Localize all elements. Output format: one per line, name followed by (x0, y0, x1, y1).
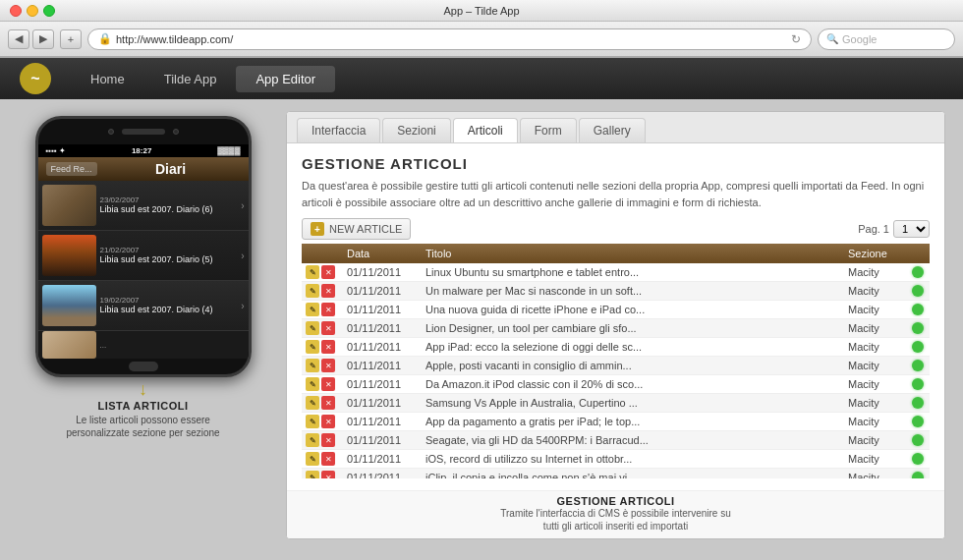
status-indicator (912, 322, 924, 334)
table-row[interactable]: ✎ ✕ 01/11/2011 Linux Ubuntu su smartphon… (302, 263, 930, 282)
row-date: 01/11/2011 (341, 357, 420, 375)
col-date: Data (341, 244, 420, 263)
edit-button[interactable]: ✎ (306, 284, 319, 298)
pagination-control[interactable]: Pag. 1 1 2 3 (858, 220, 930, 238)
nav-item-tildeapp[interactable]: Tilde App (144, 66, 237, 92)
search-bar[interactable]: 🔍 Google (818, 28, 955, 50)
tab-form[interactable]: Form (520, 118, 577, 142)
delete-button[interactable]: ✕ (321, 396, 335, 410)
delete-button[interactable]: ✕ (321, 471, 335, 478)
delete-button[interactable]: ✕ (321, 284, 335, 298)
table-row[interactable]: ✎ ✕ 01/11/2011 iOS, record di utilizzo s… (302, 450, 930, 469)
row-section: Macity (842, 375, 906, 394)
row-section: Macity (842, 357, 906, 375)
delete-button[interactable]: ✕ (321, 321, 335, 335)
edit-button[interactable]: ✎ (306, 377, 319, 391)
status-indicator (912, 397, 924, 409)
edit-button[interactable]: ✎ (306, 303, 319, 316)
delete-button[interactable]: ✕ (321, 265, 335, 279)
arrow-down-icon: ↓ (139, 379, 147, 400)
url-bar[interactable]: http://www.tildeapp.com/ (116, 33, 787, 45)
tabs-bar: Interfaccia Sezioni Articoli Form Galler… (287, 112, 944, 143)
edit-button[interactable]: ✎ (306, 340, 319, 354)
forward-button[interactable]: ▶ (32, 29, 54, 49)
row-title: Linux Ubuntu su smartphone e tablet entr… (420, 263, 842, 282)
close-button[interactable] (10, 5, 22, 17)
tab-articoli[interactable]: Articoli (453, 118, 518, 142)
col-status (906, 244, 930, 263)
phone-list-item[interactable]: 21/02/2007 Libia sud est 2007. Diario (5… (38, 231, 249, 281)
delete-button[interactable]: ✕ (321, 415, 335, 428)
delete-button[interactable]: ✕ (321, 303, 335, 316)
phone-app-title: Diari (101, 161, 241, 177)
status-indicator (912, 434, 924, 446)
col-section: Sezione (842, 244, 906, 263)
edit-button[interactable]: ✎ (306, 433, 319, 447)
row-section: Macity (842, 263, 906, 282)
table-row[interactable]: ✎ ✕ 01/11/2011 Una nuova guida di ricett… (302, 301, 930, 319)
page-select[interactable]: 1 2 3 (893, 220, 930, 238)
phone-annotation-title: LISTA ARTICOLI (50, 400, 237, 412)
phone-time: 18:27 (132, 146, 151, 155)
maximize-button[interactable] (43, 5, 55, 17)
row-title: Apple, posti vacanti in consiglio di amm… (420, 357, 842, 375)
row-title: Da Amazon.it iPod classic con il 20% di … (420, 375, 842, 394)
phone-list-item[interactable]: 23/02/2007 Libia sud est 2007. Diario (6… (38, 181, 249, 231)
section-description: Da quest'area è possibile gestire tutti … (302, 178, 930, 210)
status-indicator (912, 304, 924, 315)
right-panel: Interfaccia Sezioni Articoli Form Galler… (286, 111, 945, 539)
refresh-icon[interactable]: ↻ (791, 32, 801, 46)
table-row[interactable]: ✎ ✕ 01/11/2011 Un malware per Mac si nas… (302, 282, 930, 301)
edit-button[interactable]: ✎ (306, 415, 319, 428)
delete-button[interactable]: ✕ (321, 377, 335, 391)
edit-button[interactable]: ✎ (306, 471, 319, 478)
new-article-button[interactable]: + NEW ARTICLE (302, 218, 411, 240)
table-row[interactable]: ✎ ✕ 01/11/2011 iClip, il copia e incolla… (302, 469, 930, 479)
table-row[interactable]: ✎ ✕ 01/11/2011 Lion Designer, un tool pe… (302, 319, 930, 338)
back-button[interactable]: ◀ (8, 29, 29, 49)
table-row[interactable]: ✎ ✕ 01/11/2011 Apple, posti vacanti in c… (302, 357, 930, 375)
row-date: 01/11/2011 (341, 338, 420, 357)
delete-button[interactable]: ✕ (321, 340, 335, 354)
delete-button[interactable]: ✕ (321, 359, 335, 372)
edit-button[interactable]: ✎ (306, 321, 319, 335)
app-navbar: ~ Home Tilde App App Editor (0, 58, 963, 99)
table-row[interactable]: ✎ ✕ 01/11/2011 App da pagamento a gratis… (302, 413, 930, 431)
nav-logo[interactable]: ~ (20, 63, 51, 94)
row-title: Un malware per Mac si nasconde in un sof… (420, 282, 842, 301)
phone-signal: ▪▪▪▪ ✦ (46, 146, 67, 155)
phone-back-btn[interactable]: Feed Re... (46, 162, 97, 176)
edit-button[interactable]: ✎ (306, 452, 319, 466)
edit-button[interactable]: ✎ (306, 359, 319, 372)
plus-button[interactable]: + (60, 29, 82, 49)
edit-button[interactable]: ✎ (306, 265, 319, 279)
row-title: App iPad: ecco la selezione di oggi dell… (420, 338, 842, 357)
minimize-button[interactable] (27, 5, 38, 17)
nav-item-home[interactable]: Home (71, 66, 144, 92)
table-row[interactable]: ✎ ✕ 01/11/2011 Samsung Vs Apple in Austr… (302, 394, 930, 413)
row-section: Macity (842, 394, 906, 413)
phone-item-title: Libia sud est 2007. Diario (6) (100, 204, 238, 215)
row-title: Samsung Vs Apple in Australia, Cupertino… (420, 394, 842, 413)
row-title: Una nuova guida di ricette iPhone e iPad… (420, 301, 842, 319)
row-section: Macity (842, 319, 906, 338)
table-row[interactable]: ✎ ✕ 01/11/2011 App iPad: ecco la selezio… (302, 338, 930, 357)
tab-gallery[interactable]: Gallery (579, 118, 646, 142)
tab-sezioni[interactable]: Sezioni (382, 118, 450, 142)
delete-button[interactable]: ✕ (321, 452, 335, 466)
row-section: Macity (842, 450, 906, 469)
search-placeholder: Google (842, 33, 877, 45)
phone-section: ▪▪▪▪ ✦ 18:27 ▓▓▓▓ Feed Re... Diari (18, 111, 268, 539)
table-row[interactable]: ✎ ✕ 01/11/2011 Seagate, via gli HD da 54… (302, 431, 930, 450)
nav-item-appeditor[interactable]: App Editor (236, 66, 335, 92)
edit-button[interactable]: ✎ (306, 396, 319, 410)
row-section: Macity (842, 469, 906, 479)
table-row[interactable]: ✎ ✕ 01/11/2011 Da Amazon.it iPod classic… (302, 375, 930, 394)
tab-interfaccia[interactable]: Interfaccia (297, 118, 380, 142)
row-title: Lion Designer, un tool per cambiare gli … (420, 319, 842, 338)
row-title: iOS, record di utilizzo su Internet in o… (420, 450, 842, 469)
status-indicator (912, 453, 924, 465)
delete-button[interactable]: ✕ (321, 433, 335, 447)
phone-item-date: 21/02/2007 (100, 246, 238, 254)
phone-list-item[interactable]: 19/02/2007 Libia sud est 2007. Diario (4… (38, 281, 249, 331)
